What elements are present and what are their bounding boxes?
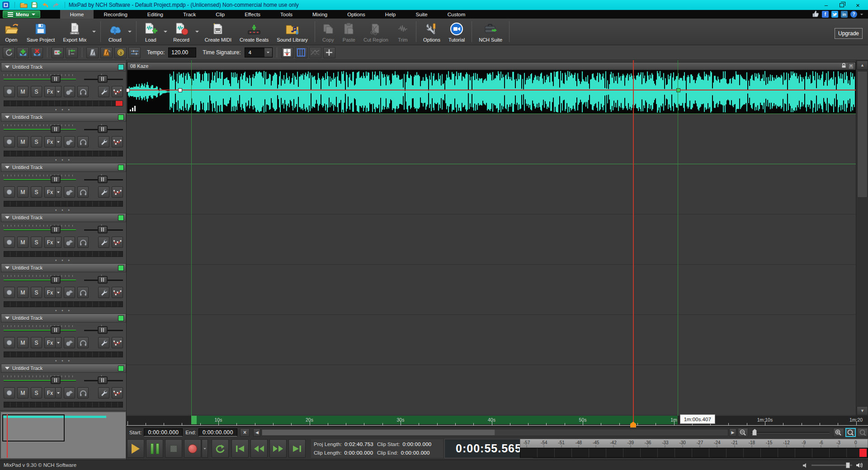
- grid-button[interactable]: [295, 47, 307, 58]
- clip-lock-icon[interactable]: [841, 63, 846, 69]
- solo-button[interactable]: S: [31, 186, 42, 198]
- fx-button[interactable]: Fx: [44, 287, 56, 298]
- volume-slider[interactable]: [4, 129, 76, 130]
- track-settings-button[interactable]: [98, 86, 109, 97]
- track-color-chip[interactable]: [118, 265, 124, 271]
- mute-button[interactable]: M: [17, 186, 28, 198]
- menu-button[interactable]: Menu: [3, 10, 40, 18]
- duck-button[interactable]: [64, 337, 75, 348]
- fx-button[interactable]: Fx: [44, 387, 56, 399]
- create-beats-button[interactable]: Create Beats: [236, 19, 273, 45]
- mute-button[interactable]: M: [17, 337, 28, 348]
- time-signature-select[interactable]: 4: [245, 47, 273, 57]
- vertical-scrollbar[interactable]: ▲ ▼: [856, 60, 868, 416]
- clip-close-icon[interactable]: ×: [848, 63, 854, 69]
- track-header[interactable]: Untitled Track: [1, 62, 126, 71]
- pan-slider-handle[interactable]: [98, 326, 108, 334]
- mix-levels-button[interactable]: [128, 47, 141, 58]
- playhead-line[interactable]: [633, 60, 634, 416]
- go-to-start-button[interactable]: [231, 439, 249, 458]
- menu-tab-custom[interactable]: Custom: [438, 10, 476, 19]
- overview-viewport[interactable]: [2, 414, 65, 442]
- menu-tab-options[interactable]: Options: [337, 10, 375, 19]
- duck-button[interactable]: [64, 237, 75, 248]
- goto-start-button[interactable]: [66, 47, 78, 58]
- split-marker-button[interactable]: [281, 47, 293, 58]
- volume-slider[interactable]: [4, 280, 76, 281]
- timeline-ruler[interactable]: 10s20s30s40s50s1m1m:10s1m:20 1m:00s.407: [127, 416, 868, 427]
- solo-button[interactable]: S: [31, 287, 42, 298]
- fx-button[interactable]: Fx: [44, 86, 56, 97]
- record-button[interactable]: Record: [169, 19, 193, 45]
- track-resize-handle[interactable]: • • •: [0, 308, 127, 313]
- clip-volume-icon[interactable]: [130, 105, 137, 111]
- automation-button[interactable]: [112, 136, 123, 147]
- countdown-button[interactable]: 3: [114, 47, 127, 58]
- menu-tab-suite[interactable]: Suite: [406, 10, 438, 19]
- sound-library-button[interactable]: Sound Library: [273, 19, 312, 45]
- mute-button[interactable]: M: [17, 136, 28, 147]
- menu-tab-tools[interactable]: Tools: [270, 10, 302, 19]
- volume-slider-handle[interactable]: [51, 376, 61, 384]
- collapse-icon[interactable]: [5, 116, 9, 119]
- scroll-up-icon[interactable]: ▲: [857, 61, 868, 70]
- track-color-chip[interactable]: [118, 315, 124, 321]
- mute-button[interactable]: M: [17, 237, 28, 248]
- track-resize-handle[interactable]: • • •: [0, 107, 127, 112]
- metronome-button[interactable]: [86, 47, 99, 58]
- duck-button[interactable]: [64, 136, 75, 147]
- headphones-button[interactable]: [77, 136, 89, 147]
- twitter-icon[interactable]: [831, 11, 838, 18]
- volume-slider-handle[interactable]: [51, 276, 61, 284]
- collapse-icon[interactable]: [5, 166, 9, 169]
- track-header[interactable]: Untitled Track: [1, 213, 126, 222]
- track-header[interactable]: Untitled Track: [1, 113, 126, 122]
- mute-button[interactable]: M: [17, 387, 28, 399]
- track-header[interactable]: Untitled Track: [1, 364, 126, 373]
- menu-tab-track[interactable]: Track: [173, 10, 206, 19]
- nch-suite-button[interactable]: NCH Suite: [475, 19, 506, 45]
- arm-record-button[interactable]: [4, 136, 15, 147]
- solo-button[interactable]: S: [31, 387, 42, 399]
- envelope-node-selected[interactable]: [676, 88, 680, 92]
- mute-button[interactable]: M: [17, 86, 28, 97]
- loop-button[interactable]: [212, 439, 229, 458]
- pan-slider-handle[interactable]: [98, 176, 108, 183]
- track-resize-handle[interactable]: • • •: [0, 208, 127, 213]
- load-button[interactable]: Load: [139, 19, 162, 45]
- facebook-icon[interactable]: f: [822, 11, 829, 18]
- scroll-right-icon[interactable]: ▶: [729, 428, 736, 437]
- arm-record-button[interactable]: [4, 186, 15, 198]
- volume-slider[interactable]: [811, 465, 852, 466]
- clip-waveform[interactable]: [127, 70, 856, 114]
- record-dropdown[interactable]: [193, 19, 201, 45]
- volume-slider-handle[interactable]: [51, 75, 61, 83]
- menu-tab-effects[interactable]: Effects: [235, 10, 270, 19]
- menu-tab-editing[interactable]: Editing: [137, 10, 173, 19]
- track-resize-handle[interactable]: • • •: [0, 157, 127, 162]
- fx-button[interactable]: Fx: [44, 136, 56, 147]
- undo-icon[interactable]: [41, 1, 49, 9]
- track-resize-handle[interactable]: • • •: [0, 358, 127, 363]
- restore-button[interactable]: [840, 3, 844, 7]
- track-settings-button[interactable]: [98, 237, 109, 248]
- headphones-button[interactable]: [77, 237, 89, 248]
- volume-high-icon[interactable]: [856, 462, 863, 468]
- volume-slider[interactable]: [4, 179, 76, 180]
- pan-slider-handle[interactable]: [98, 276, 108, 284]
- save-icon[interactable]: [30, 1, 38, 9]
- envelope-node[interactable]: [178, 88, 182, 92]
- fx-dropdown[interactable]: [56, 86, 61, 97]
- arm-record-button[interactable]: [4, 337, 15, 348]
- tempo-input[interactable]: [168, 47, 196, 57]
- record-button[interactable]: [184, 439, 201, 458]
- automation-button[interactable]: [112, 86, 123, 97]
- volume-slider-handle[interactable]: [51, 226, 61, 233]
- add-track-button[interactable]: [17, 47, 29, 58]
- fx-dropdown[interactable]: [56, 387, 61, 399]
- automation-button[interactable]: [112, 237, 123, 248]
- cloud-dropdown[interactable]: [126, 19, 133, 45]
- pan-slider-handle[interactable]: [98, 75, 108, 83]
- pan-slider-handle[interactable]: [98, 376, 108, 384]
- cloud-button[interactable]: Cloud: [104, 19, 126, 45]
